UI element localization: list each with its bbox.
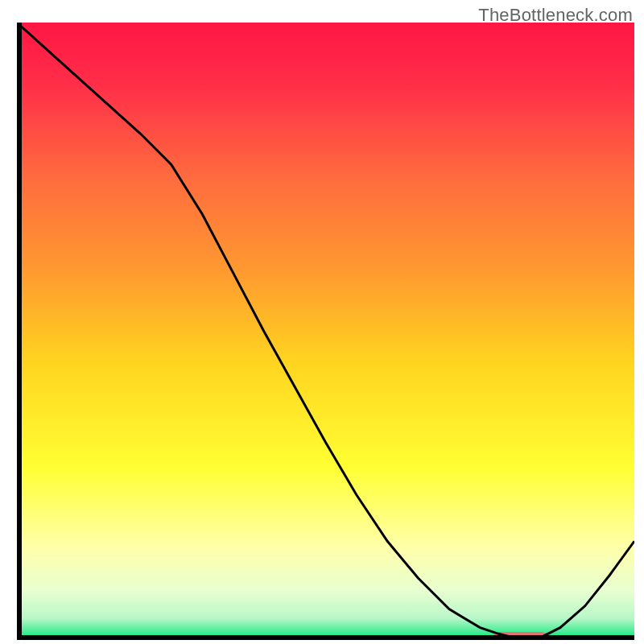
gradient-rect [17, 23, 634, 640]
plot-svg [17, 23, 634, 640]
plot-area [17, 23, 634, 640]
watermark-text: TheBottleneck.com [478, 5, 633, 26]
